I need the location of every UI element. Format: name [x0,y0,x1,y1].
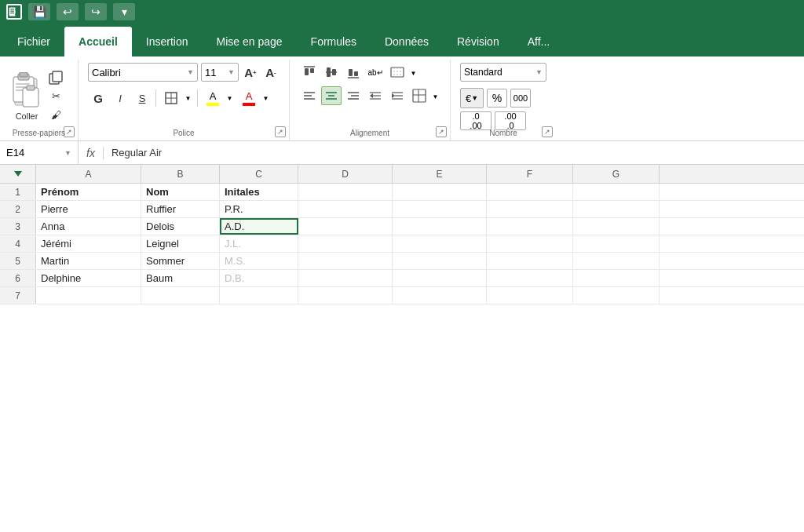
col-header-A[interactable]: A [36,165,141,183]
cell-D6[interactable] [298,270,393,286]
cell-B2[interactable]: Ruffier [141,201,220,217]
col-header-B[interactable]: B [141,165,220,183]
cell-A5[interactable]: Martin [36,253,141,269]
border-arrow-button[interactable]: ▼ [183,88,194,108]
cell-G2[interactable] [573,201,660,217]
merge-arrow-button[interactable]: ▼ [409,63,418,83]
cut-button[interactable]: ✂ [44,88,68,105]
tab-donnees[interactable]: Données [371,27,443,56]
cell-F5[interactable] [487,253,573,269]
wrap-text-button[interactable]: ab↵ [365,63,386,82]
align-right-button[interactable] [343,86,364,105]
font-name-selector[interactable]: Calibri ▼ [88,63,198,82]
align-left-button[interactable] [299,86,320,105]
cell-G3[interactable] [573,218,660,235]
col-header-C[interactable]: C [220,165,298,183]
currency-button[interactable]: €▼ [460,88,484,108]
align-middle-button[interactable] [321,63,342,82]
cell-B5[interactable]: Sommer [141,253,220,269]
highlight-arrow-button[interactable]: ▼ [225,88,236,108]
tab-formules[interactable]: Formules [297,27,371,56]
col-header-G[interactable]: G [573,165,660,183]
tab-accueil[interactable]: Accueil [64,27,132,56]
cell-E6[interactable] [393,270,487,286]
align-top-button[interactable] [299,63,320,82]
font-shrink-button[interactable]: A- [262,64,280,81]
redo-button[interactable]: ↪ [85,3,107,20]
name-box[interactable]: E14 ▼ [0,141,79,164]
cell-G4[interactable] [573,235,660,252]
indent-increase-button[interactable] [387,86,407,105]
cell-C2[interactable]: P.R. [220,201,298,217]
font-size-selector[interactable]: 11 ▼ [201,63,239,82]
cell-C6[interactable]: D.B. [220,270,298,286]
paste-button[interactable]: Coller [9,69,44,121]
cell-G6[interactable] [573,270,660,286]
cell-G1[interactable] [573,184,660,200]
col-header-D[interactable]: D [298,165,393,183]
copy-button[interactable] [44,69,68,86]
merge-cells-button[interactable] [387,63,407,82]
cell-C3[interactable]: A.D. [220,218,298,235]
highlight-button[interactable]: A [201,88,225,108]
corner-header[interactable] [0,165,36,183]
thousands-button[interactable]: 000 [510,89,531,107]
align-bottom-button[interactable] [343,63,364,82]
underline-button[interactable]: S [132,88,152,108]
cell-format-button[interactable] [409,86,429,105]
cell-B3[interactable]: Delois [141,218,220,235]
cell-E3[interactable] [393,218,487,235]
cell-D3[interactable] [298,218,393,235]
cell-E5[interactable] [393,253,487,269]
italic-button[interactable]: I [110,88,130,108]
border-button[interactable] [159,88,183,108]
undo-button[interactable]: ↩ [57,3,79,20]
font-expand-button[interactable]: ↗ [275,126,286,137]
cell-F1[interactable] [487,184,573,200]
cell-B1[interactable]: Nom [141,184,220,200]
cell-D4[interactable] [298,235,393,252]
alignment-expand-button[interactable]: ↗ [436,126,447,137]
tab-insertion[interactable]: Insertion [132,27,203,56]
cell-A7[interactable] [36,287,141,304]
cell-A3[interactable]: Anna [36,218,141,235]
tab-revision[interactable]: Révision [443,27,513,56]
cell-D7[interactable] [298,287,393,304]
font-grow-button[interactable]: A+ [242,64,259,81]
cell-F6[interactable] [487,270,573,286]
decrease-decimal-button[interactable]: .00.0 [495,111,526,130]
cell-format-arrow-button[interactable]: ▼ [431,86,440,107]
save-button[interactable]: 💾 [28,3,50,20]
cell-E7[interactable] [393,287,487,304]
cell-G7[interactable] [573,287,660,304]
cell-F3[interactable] [487,218,573,235]
number-format-selector[interactable]: Standard ▼ [460,63,546,82]
col-header-E[interactable]: E [393,165,487,183]
cell-D5[interactable] [298,253,393,269]
cell-E2[interactable] [393,201,487,217]
cell-D2[interactable] [298,201,393,217]
cell-C1[interactable]: Initales [220,184,298,200]
cell-A6[interactable]: Delphine [36,270,141,286]
cell-E4[interactable] [393,235,487,252]
font-color-button[interactable]: A [237,88,261,108]
bold-button[interactable]: G [88,88,108,108]
cell-C5[interactable]: M.S. [220,253,298,269]
cell-D1[interactable] [298,184,393,200]
align-center-button[interactable] [321,86,342,105]
tab-affichage[interactable]: Aff... [513,27,565,56]
increase-decimal-button[interactable]: .0.00 [460,111,492,130]
cell-F4[interactable] [487,235,573,252]
cell-B6[interactable]: Baum [141,270,220,286]
percent-button[interactable]: % [487,89,507,107]
indent-decrease-button[interactable] [365,86,386,105]
cell-B4[interactable]: Leignel [141,235,220,252]
customize-qat-button[interactable]: ▾ [113,3,135,20]
font-color-arrow-button[interactable]: ▼ [261,88,272,108]
nombre-expand-button[interactable]: ↗ [542,126,553,137]
cell-G5[interactable] [573,253,660,269]
cell-A2[interactable]: Pierre [36,201,141,217]
formula-input[interactable]: Regular Air [104,147,804,159]
cell-B7[interactable] [141,287,220,304]
cell-A1[interactable]: Prénom [36,184,141,200]
